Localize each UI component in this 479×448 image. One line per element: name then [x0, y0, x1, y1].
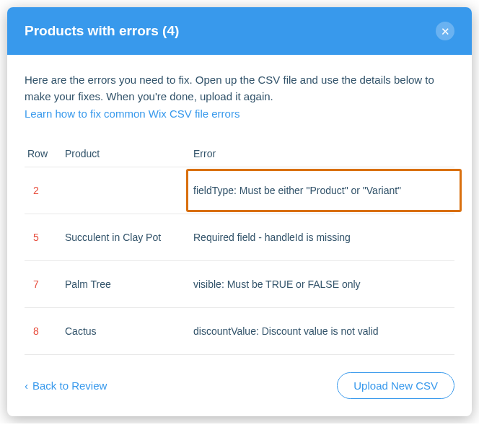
close-button[interactable]: ✕: [436, 22, 454, 40]
table-header: Row Product Error: [25, 141, 454, 167]
upload-new-csv-button[interactable]: Upload New CSV: [337, 372, 454, 399]
error-modal: Products with errors (4) ✕ Here are the …: [7, 7, 472, 416]
row-error: visible: Must be TRUE or FALSE only: [193, 278, 454, 290]
modal-title: Products with errors (4): [25, 23, 179, 39]
row-product: Palm Tree: [65, 278, 193, 290]
error-text: fieldType: Must be either "Product" or "…: [193, 185, 401, 196]
modal-body: Here are the errors you need to fix. Ope…: [7, 55, 472, 355]
table-row: 2 fieldType: Must be either "Product" or…: [25, 167, 454, 214]
row-number: 5: [25, 232, 65, 243]
row-number: 2: [25, 185, 65, 196]
row-number: 8: [25, 325, 65, 337]
table-row: 8 Cactus discountValue: Discount value i…: [25, 308, 454, 355]
back-to-review-link[interactable]: ‹ Back to Review: [25, 379, 107, 392]
error-table: Row Product Error 2 fieldType: Must be e…: [25, 141, 454, 355]
back-label: Back to Review: [32, 379, 107, 392]
row-error: Required field - handleId is missing: [193, 232, 454, 243]
row-error: fieldType: Must be either "Product" or "…: [193, 185, 454, 196]
table-row: 5 Succulent in Clay Pot Required field -…: [25, 214, 454, 261]
col-header-error: Error: [193, 148, 454, 159]
col-header-product: Product: [65, 148, 193, 159]
row-number: 7: [25, 278, 65, 290]
learn-link[interactable]: Learn how to fix common Wix CSV file err…: [25, 107, 240, 120]
modal-footer: ‹ Back to Review Upload New CSV: [7, 355, 472, 416]
row-product: Cactus: [65, 325, 193, 337]
table-row: 7 Palm Tree visible: Must be TRUE or FAL…: [25, 261, 454, 308]
modal-header: Products with errors (4) ✕: [7, 7, 472, 55]
col-header-row: Row: [25, 148, 65, 159]
chevron-left-icon: ‹: [25, 379, 28, 392]
close-icon: ✕: [441, 26, 450, 37]
intro-text: Here are the errors you need to fix. Ope…: [25, 72, 454, 105]
row-product: Succulent in Clay Pot: [65, 232, 193, 243]
row-error: discountValue: Discount value is not val…: [193, 325, 454, 337]
